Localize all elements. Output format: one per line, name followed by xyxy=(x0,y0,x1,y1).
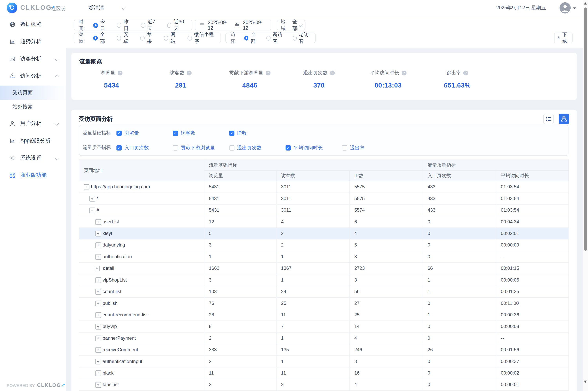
help-icon[interactable]: ? xyxy=(118,70,123,75)
table-row[interactable]: +detail1662136727236600:01:15 xyxy=(79,263,569,274)
value-cell: 3 xyxy=(204,239,276,251)
metric-checkbox-IP数[interactable]: ✓IP数 xyxy=(229,130,286,136)
list-view-button[interactable] xyxy=(543,114,554,124)
sidebar-item-2[interactable]: 趋势分析 xyxy=(0,33,66,50)
table-row[interactable]: −https://app.huoqingqing.com543130115575… xyxy=(79,181,569,193)
table-row[interactable]: +publish762527000:11:00 xyxy=(79,297,569,309)
tree-node: +publish xyxy=(84,300,204,306)
page-address-cell: +detail xyxy=(79,263,204,274)
sidebar-subitem[interactable]: 受访页面 xyxy=(0,86,66,100)
visitor-option-3[interactable]: 老访客 xyxy=(293,31,311,45)
table-row[interactable]: +authenticationInput213000:00:37 xyxy=(79,356,569,367)
expand-icon[interactable]: + xyxy=(95,254,101,260)
expand-icon[interactable]: + xyxy=(95,277,101,283)
column-header-IP数: IP数 xyxy=(350,171,423,181)
time-option-1[interactable]: 今日 xyxy=(93,18,109,32)
visitor-option-2[interactable]: 新访客 xyxy=(266,31,285,45)
scrollbar-thumb[interactable] xyxy=(584,7,587,251)
business-icon xyxy=(9,172,15,179)
value-cell: -- xyxy=(496,332,569,344)
table-row[interactable]: +fansList224000:00:01 xyxy=(79,379,569,391)
expand-icon[interactable]: + xyxy=(94,266,100,271)
value-cell: 5574 xyxy=(350,204,423,216)
visitor-option-1[interactable]: 全部 xyxy=(244,31,258,45)
sidebar-item-label: App崩溃分析 xyxy=(20,137,51,144)
table-row[interactable]: +/54313011557543301:03:54 xyxy=(79,193,569,204)
sidebar-item-7[interactable]: 系统设置 xyxy=(0,149,66,167)
time-option-4[interactable]: 近30天 xyxy=(167,18,187,32)
expand-icon[interactable]: + xyxy=(95,335,101,341)
table-row[interactable]: +bannerPayment2140-- xyxy=(79,332,569,344)
time-option-2[interactable]: 昨日 xyxy=(117,18,133,32)
sidebar-item-1[interactable]: 数据概览 xyxy=(0,16,66,33)
region-filter[interactable]: 地域 全部 xyxy=(277,20,305,30)
metric-checkbox-平均访问时长[interactable]: ✓平均访问时长 xyxy=(286,144,342,151)
user-avatar[interactable] xyxy=(559,2,571,14)
sidebar-item-label: 用户分析 xyxy=(20,120,41,127)
project-selector[interactable]: 货清清 xyxy=(88,0,125,16)
expand-icon[interactable]: + xyxy=(95,312,101,318)
page-label: # xyxy=(97,207,99,213)
table-row[interactable]: +daiyunying325000:00:09 xyxy=(79,239,569,251)
table-row[interactable]: −#54313011557443301:03:54 xyxy=(79,204,569,216)
value-cell: 246 xyxy=(350,344,423,356)
sidebar-item-6[interactable]: App崩溃分析 xyxy=(0,132,66,149)
date-range-picker[interactable]: 2025-09-12 至 2025-09-12 xyxy=(195,20,271,30)
expand-icon[interactable]: + xyxy=(95,231,101,236)
date-start[interactable]: 2025-09-12 xyxy=(208,20,231,31)
collapse-icon[interactable]: − xyxy=(84,184,89,190)
region-select[interactable]: 全部 xyxy=(289,18,305,32)
avatar-menu-caret-icon[interactable] xyxy=(573,7,576,9)
channel-option-2[interactable]: 安卓 xyxy=(117,31,132,45)
expand-icon[interactable]: + xyxy=(95,370,101,376)
page-scrollbar[interactable] xyxy=(583,0,588,391)
help-icon[interactable]: ? xyxy=(187,70,192,75)
scroll-down-arrow-icon[interactable] xyxy=(584,381,587,383)
tree-view-button[interactable] xyxy=(559,114,569,124)
expand-icon[interactable]: + xyxy=(95,347,101,353)
sidebar-item-5[interactable]: 用户分析 xyxy=(0,115,66,132)
table-row[interactable]: +black111116000:00:02 xyxy=(79,367,569,379)
channel-option-1[interactable]: 全部 xyxy=(93,31,108,45)
table-row[interactable]: +buyVip8714000:00:08 xyxy=(79,321,569,332)
time-option-3[interactable]: 近7天 xyxy=(141,18,159,32)
expand-icon[interactable]: + xyxy=(95,289,101,294)
metric-checkbox-浏览量[interactable]: ✓浏览量 xyxy=(116,130,173,136)
expand-icon[interactable]: + xyxy=(95,324,101,329)
metric-checkbox-入口页次数[interactable]: ✓入口页次数 xyxy=(116,144,173,151)
metric-checkbox-退出率[interactable]: 退出率 xyxy=(342,144,398,151)
metric-checkbox-访客数[interactable]: ✓访客数 xyxy=(173,130,229,136)
help-icon[interactable]: ? xyxy=(330,70,335,75)
channel-option-5[interactable]: 微信小程序 xyxy=(187,31,216,45)
expand-icon[interactable]: + xyxy=(95,242,101,248)
expand-icon[interactable]: + xyxy=(95,300,101,306)
help-icon[interactable]: ? xyxy=(266,70,271,75)
collapse-icon[interactable]: − xyxy=(89,207,95,213)
sidebar-subitem[interactable]: 站外搜索 xyxy=(0,100,66,114)
table-row[interactable]: +receiveComment3331352462600:01:56 xyxy=(79,344,569,356)
table-row[interactable]: +xieyi524000:02:01 xyxy=(79,228,569,239)
table-row[interactable]: +count-recommend-list281125100:00:36 xyxy=(79,309,569,321)
expand-icon[interactable]: + xyxy=(95,219,101,225)
tree-node: +xieyi xyxy=(84,231,204,236)
metric-checkbox-贡献下游浏览量[interactable]: 贡献下游浏览量 xyxy=(173,144,229,151)
page-label: bannerPayment xyxy=(103,336,136,341)
table-row[interactable]: +count-list1032456100:01:35 xyxy=(79,286,569,297)
table-row[interactable]: +userList1246000:04:34 xyxy=(79,216,569,227)
help-icon[interactable]: ? xyxy=(401,70,406,75)
help-icon[interactable]: ? xyxy=(463,70,468,75)
download-button[interactable]: 下载 xyxy=(554,33,573,43)
expand-icon[interactable]: + xyxy=(95,359,101,364)
channel-option-4[interactable]: 网站 xyxy=(164,31,179,45)
table-row[interactable]: +vipShopList313100:00:06 xyxy=(79,274,569,286)
sidebar-item-8[interactable]: 商业版功能 xyxy=(0,167,66,184)
scroll-up-arrow-icon[interactable] xyxy=(584,2,587,5)
expand-icon[interactable]: + xyxy=(95,382,101,388)
expand-icon[interactable]: + xyxy=(89,196,95,201)
sidebar-item-3[interactable]: 访客分析 xyxy=(0,50,66,68)
table-row[interactable]: +authentication1130-- xyxy=(79,251,569,262)
date-end[interactable]: 2025-09-12 xyxy=(243,20,266,31)
channel-option-3[interactable]: 苹果 xyxy=(140,31,156,45)
sidebar-item-4[interactable]: 访问分析 xyxy=(0,68,66,85)
metric-checkbox-退出页次数[interactable]: 退出页次数 xyxy=(229,144,286,151)
